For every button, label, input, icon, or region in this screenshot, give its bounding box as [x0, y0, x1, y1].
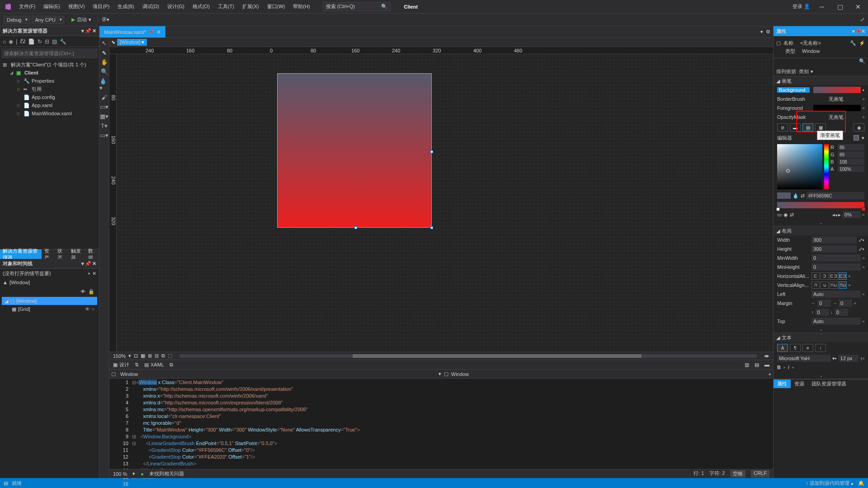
width-input[interactable]: 300: [811, 236, 857, 244]
expand-icon[interactable]: ◢: [5, 298, 8, 304]
rect-icon[interactable]: ▭▾: [100, 103, 108, 110]
menu-design[interactable]: 设计(G): [164, 1, 188, 12]
height-input[interactable]: 300: [811, 245, 857, 253]
prop-borderbrush[interactable]: BorderBrush无画笔▫: [774, 94, 868, 103]
menu-debug[interactable]: 调试(D): [139, 1, 163, 12]
eyedropper-icon[interactable]: 💧▾: [99, 78, 109, 91]
add-icon[interactable]: +: [88, 271, 90, 276]
outline-grid[interactable]: ▦[Grid]👁 ○: [2, 305, 97, 313]
tab-xaml[interactable]: ▤XAML: [144, 362, 164, 368]
notification-icon[interactable]: 🔔: [858, 480, 864, 486]
gradient-brush-icon[interactable]: ▤: [802, 123, 813, 131]
fit-icon[interactable]: ⊡: [134, 353, 138, 359]
brush-icon[interactable]: 🖌: [101, 94, 107, 101]
expand-layout[interactable]: ⌄: [774, 326, 868, 333]
text-header[interactable]: ◢文本: [774, 333, 868, 342]
tree-appxaml[interactable]: ▷📄App.xaml: [0, 101, 99, 109]
fontsize-input[interactable]: 12 px: [839, 355, 859, 362]
wrench-icon[interactable]: 🔧: [60, 38, 66, 45]
eyedropper-icon[interactable]: 💧: [793, 193, 799, 199]
linear-icon[interactable]: ▭: [777, 212, 782, 218]
pin-icon[interactable]: 📌: [85, 261, 91, 267]
left-input[interactable]: Auto: [811, 291, 861, 298]
tab-assets[interactable]: 资产: [42, 249, 55, 259]
swap-icon[interactable]: ⇄: [801, 193, 805, 199]
gear-icon[interactable]: ⚙: [766, 29, 770, 35]
gradient-editor[interactable]: [777, 202, 864, 208]
para-tab-icon[interactable]: ¶: [790, 344, 801, 352]
solution-search[interactable]: 搜索解决方案资源管理器(Ctrl+;): [1, 48, 98, 58]
show-icon[interactable]: ▤: [52, 38, 57, 45]
spacing-icon[interactable]: ↕: [815, 344, 826, 352]
zoom-level[interactable]: 150%: [113, 353, 126, 359]
close-icon[interactable]: ✕: [861, 28, 865, 34]
button-icon[interactable]: ▭▾: [100, 132, 108, 139]
xaml-editor[interactable]: 12345678910111213141516 ⊟<Window x:Class…: [109, 379, 773, 469]
text-icon[interactable]: T▾: [101, 122, 108, 129]
margin-l[interactable]: 0: [817, 300, 831, 307]
back-icon[interactable]: ◉: [9, 38, 13, 45]
project-node[interactable]: ◢▣Client: [0, 69, 99, 77]
pointer-icon[interactable]: ↖: [102, 40, 107, 47]
snap3-icon[interactable]: ⬚: [168, 353, 172, 359]
gradient-stop-1[interactable]: [862, 207, 865, 211]
prop-foreground[interactable]: Foreground▫: [774, 103, 868, 113]
design-canvas[interactable]: [117, 54, 773, 352]
tree-properties[interactable]: ▷🔧Properties: [0, 77, 99, 85]
marker-icon[interactable]: ▫: [863, 114, 864, 120]
hex-input[interactable]: #FF56596C: [807, 192, 864, 199]
search-icon[interactable]: 🔍: [859, 58, 865, 67]
tree-appconfig[interactable]: 📄App.config: [0, 93, 99, 101]
tab-data[interactable]: 数据: [85, 249, 99, 259]
menu-window[interactable]: 窗口(W): [264, 1, 289, 12]
layout-icon[interactable]: ▦▾: [100, 113, 108, 120]
event-icon[interactable]: ⚡: [859, 40, 865, 46]
tree-references[interactable]: ▷▪▪引用: [0, 85, 99, 93]
pin-icon[interactable]: 📌: [85, 28, 91, 34]
popout-icon[interactable]: ⧉: [170, 362, 173, 368]
tri-icon[interactable]: ▲: [3, 280, 8, 285]
snap2-icon[interactable]: ⧉: [161, 353, 165, 359]
tab-team[interactable]: 团队资源管理器: [808, 380, 850, 388]
login-button[interactable]: 登录 👤: [793, 3, 810, 10]
margin-b[interactable]: 0: [835, 309, 848, 316]
expand-text[interactable]: ⌄: [774, 372, 868, 379]
zoom-icon[interactable]: 🔍: [101, 68, 108, 75]
tab-properties[interactable]: 属性: [774, 380, 791, 388]
brush-header[interactable]: ◢画笔: [774, 76, 868, 85]
minwidth-input[interactable]: 0: [811, 254, 861, 262]
menu-build[interactable]: 生成(B): [114, 1, 138, 12]
collapse-icon[interactable]: ⊟: [45, 38, 49, 45]
marker-icon[interactable]: ▫: [863, 96, 864, 102]
add-source-control[interactable]: ↑ 添加到源代码管理 ▴: [806, 480, 854, 487]
close-icon[interactable]: ✕: [852, 3, 864, 10]
pin-icon[interactable]: 📌: [855, 28, 861, 34]
split-v-icon[interactable]: ▤: [755, 362, 759, 368]
menu-file[interactable]: 文件(F): [15, 1, 39, 12]
refresh-icon[interactable]: ↻: [38, 38, 42, 45]
h-align[interactable]: ⊏⊐⊏⊐⊏⊐: [811, 272, 847, 280]
color-swatch-icon[interactable]: [854, 135, 859, 141]
radial-icon[interactable]: ◉: [783, 212, 788, 218]
b-input[interactable]: 108: [838, 159, 864, 165]
menu-tools[interactable]: 工具(T): [214, 1, 238, 12]
home-icon[interactable]: ⌂: [3, 38, 6, 45]
hue-slider[interactable]: [824, 144, 829, 189]
close-icon[interactable]: ✕: [92, 271, 96, 277]
close-icon[interactable]: ✕: [156, 29, 161, 35]
font-input[interactable]: Microsoft YaH: [777, 355, 830, 362]
bold-icon[interactable]: B: [777, 365, 781, 370]
margin-t[interactable]: 0: [816, 309, 829, 316]
dropdown-icon[interactable]: ▾: [81, 28, 84, 34]
platform-dropdown[interactable]: Any CPU: [32, 16, 64, 24]
expand-brush[interactable]: ⌄: [774, 219, 868, 226]
document-tab[interactable]: MainWindow.xaml* 📌 ✕: [99, 26, 165, 38]
tab-states[interactable]: 状态: [55, 249, 68, 259]
grid2-icon[interactable]: ⊞: [148, 353, 152, 359]
menu-help[interactable]: 帮助(H): [289, 1, 313, 12]
eye-icon[interactable]: 👁: [80, 289, 85, 297]
run-button[interactable]: ▶启动 ▾: [66, 15, 94, 24]
solution-root[interactable]: ⊞解决方案"Client"(1 个项目/共 1 个): [0, 61, 99, 69]
h-scrollbar[interactable]: [179, 354, 757, 358]
minheight-input[interactable]: 0: [811, 263, 861, 271]
